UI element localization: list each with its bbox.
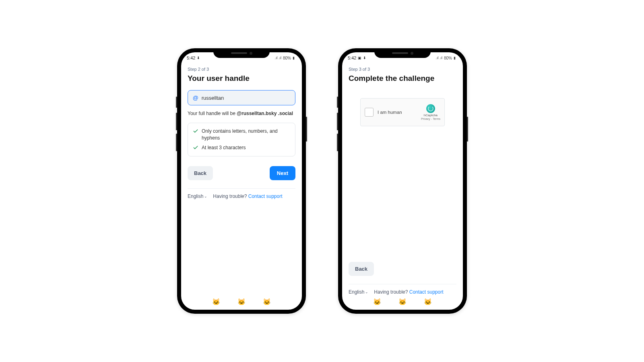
- language-selector[interactable]: English ⌄: [349, 289, 368, 295]
- volume-button: [337, 97, 338, 108]
- cat-icon: 🐱: [237, 298, 246, 306]
- next-button[interactable]: Next: [270, 166, 295, 180]
- battery-icon: ▮: [454, 56, 456, 60]
- download-icon: ⬇: [363, 56, 366, 60]
- handle-full: @russelltan.bsky .social: [237, 111, 293, 116]
- bottom-icons: 🐱 🐱 🐱: [349, 295, 456, 310]
- rule-item: Only contains letters, numbers, and hyph…: [193, 128, 290, 142]
- back-button[interactable]: Back: [188, 166, 213, 180]
- rule-text: Only contains letters, numbers, and hyph…: [202, 128, 290, 142]
- cat-icon: 🐱: [398, 298, 407, 306]
- language-selector[interactable]: English ⌄: [188, 193, 207, 199]
- phone-notch: [213, 48, 270, 58]
- status-time: 5:42: [187, 56, 195, 60]
- page-title: Complete the challenge: [349, 74, 456, 83]
- captcha-checkbox[interactable]: [365, 108, 374, 117]
- divider: [349, 284, 456, 284]
- image-icon: ▣: [358, 56, 361, 60]
- handle-input[interactable]: [202, 95, 290, 101]
- cat-icon: 🐱: [424, 298, 432, 306]
- handle-hint: Your full handle will be @russelltan.bsk…: [188, 110, 295, 117]
- check-icon: [193, 128, 198, 134]
- volume-button: [176, 97, 177, 108]
- battery-percent: 80%: [444, 56, 452, 60]
- trouble-text: Having trouble?: [213, 193, 247, 199]
- captcha-brand: hCaptcha: [421, 114, 440, 117]
- bottom-icons: 🐱 🐱 🐱: [188, 295, 295, 310]
- rule-item: At least 3 characters: [193, 144, 290, 151]
- phone-frame-step3: 5:42 ▣ ⬇ .ıl .ıl 80% ▮ Step 3 of 3 Compl…: [338, 48, 467, 314]
- handle-hint-prefix: Your full handle will be: [188, 111, 237, 116]
- back-button[interactable]: Back: [349, 262, 374, 276]
- hcaptcha-logo-icon: [426, 104, 435, 113]
- check-icon: [193, 145, 198, 150]
- screen-step2: 5:42 ⬇ .ıl .ıl 80% ▮ Step 2 of 3 Your us…: [181, 52, 302, 310]
- trouble-text: Having trouble?: [374, 289, 408, 295]
- screen-step3: 5:42 ▣ ⬇ .ıl .ıl 80% ▮ Step 3 of 3 Compl…: [342, 52, 463, 310]
- validation-rules: Only contains letters, numbers, and hyph…: [188, 123, 295, 156]
- power-button: [306, 117, 307, 142]
- chevron-down-icon: ⌄: [365, 290, 368, 294]
- volume-button: [176, 113, 177, 130]
- signal-icon: .ıl .ıl: [275, 56, 281, 60]
- volume-button: [337, 134, 338, 151]
- footer: English ⌄ Having trouble? Contact suppor…: [188, 193, 295, 199]
- language-label: English: [188, 193, 203, 199]
- contact-support-link[interactable]: Contact support: [409, 289, 444, 295]
- language-label: English: [349, 289, 364, 295]
- volume-button: [176, 134, 177, 151]
- status-time: 5:42: [348, 56, 356, 60]
- volume-button: [337, 113, 338, 130]
- chevron-down-icon: ⌄: [204, 194, 207, 198]
- battery-icon: ▮: [293, 56, 295, 60]
- captcha-label: I am human: [378, 110, 402, 115]
- handle-input-container[interactable]: @: [188, 90, 295, 105]
- power-button: [467, 117, 468, 142]
- rule-text: At least 3 characters: [202, 144, 246, 151]
- page-title: Your user handle: [188, 74, 295, 83]
- divider: [188, 188, 295, 189]
- at-icon: @: [193, 95, 198, 101]
- contact-support-link[interactable]: Contact support: [248, 193, 283, 199]
- phone-notch: [374, 48, 431, 58]
- hcaptcha-widget[interactable]: I am human hCaptcha Privacy - Terms: [360, 98, 445, 126]
- battery-percent: 80%: [283, 56, 291, 60]
- captcha-privacy-links[interactable]: Privacy - Terms: [421, 117, 440, 120]
- signal-icon: .ıl .ıl: [436, 56, 442, 60]
- cat-icon: 🐱: [373, 298, 381, 306]
- phone-frame-step2: 5:42 ⬇ .ıl .ıl 80% ▮ Step 2 of 3 Your us…: [177, 48, 306, 314]
- step-indicator: Step 3 of 3: [349, 67, 456, 72]
- cat-icon: 🐱: [263, 298, 271, 306]
- step-indicator: Step 2 of 3: [188, 67, 295, 72]
- footer: English ⌄ Having trouble? Contact suppor…: [349, 289, 456, 295]
- download-icon: ⬇: [197, 56, 200, 60]
- cat-icon: 🐱: [212, 298, 220, 306]
